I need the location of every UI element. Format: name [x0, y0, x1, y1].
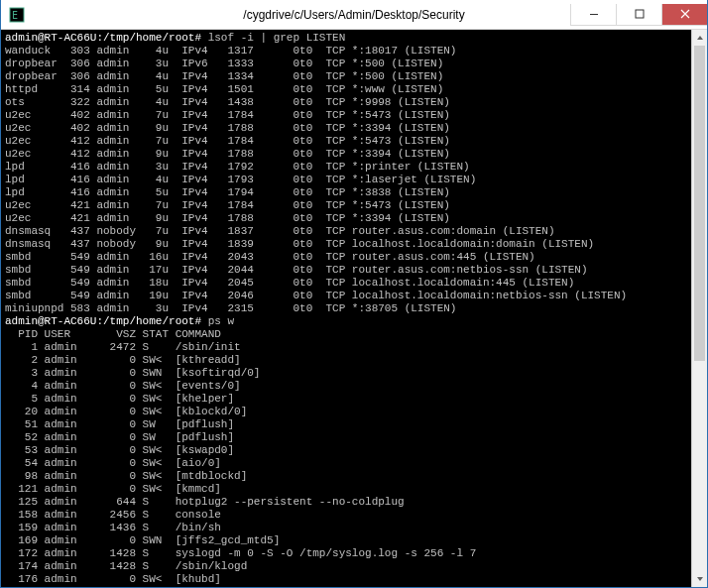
maximize-button[interactable] — [616, 4, 661, 26]
scroll-track[interactable] — [692, 46, 707, 571]
scroll-up-arrow-icon[interactable] — [692, 30, 707, 46]
titlebar[interactable]: E /cygdrive/c/Users/Admin/Desktop/Securi… — [1, 0, 707, 30]
close-button[interactable] — [661, 4, 707, 26]
svg-rect-3 — [636, 10, 644, 18]
terminal-window: E /cygdrive/c/Users/Admin/Desktop/Securi… — [0, 0, 708, 588]
terminal-output[interactable]: admin@RT-AC66U:/tmp/home/root# lsof -i |… — [1, 30, 707, 587]
window-controls — [570, 4, 707, 26]
scroll-thumb[interactable] — [694, 46, 705, 361]
minimize-button[interactable] — [570, 4, 616, 26]
scroll-down-arrow-icon[interactable] — [692, 571, 707, 587]
svg-rect-2 — [590, 14, 598, 15]
svg-text:E: E — [12, 10, 18, 21]
app-icon: E — [9, 7, 25, 23]
scrollbar[interactable] — [691, 30, 707, 587]
